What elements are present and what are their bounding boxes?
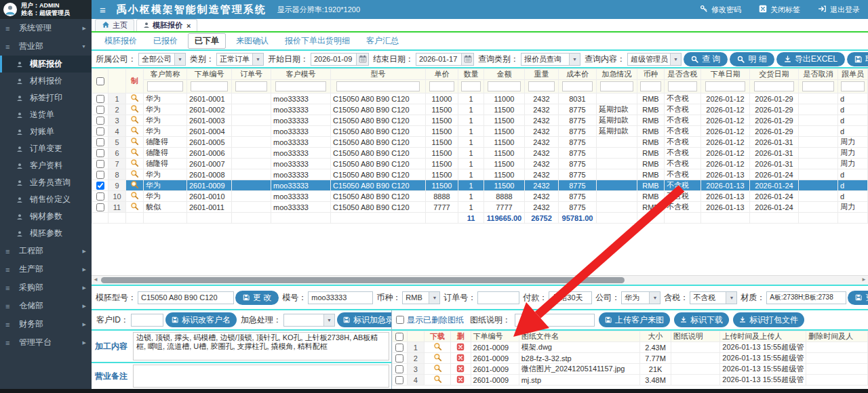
files-select-all-cell[interactable] [393, 331, 408, 342]
mark-download-button[interactable]: 标识下载 [674, 312, 729, 327]
row-select-cell[interactable] [92, 191, 108, 202]
magnifier-icon[interactable] [126, 115, 144, 126]
remark-box[interactable] [133, 365, 389, 388]
drawing-desc-field[interactable] [518, 316, 591, 324]
column-filter-input[interactable] [802, 81, 834, 91]
scroll-right-icon[interactable]: ► [861, 276, 867, 283]
column-filter-input[interactable] [600, 81, 633, 91]
chevron-down-icon[interactable]: ▼ [670, 54, 681, 65]
sidebar-item[interactable]: 模胚参数 [0, 225, 92, 242]
tab-模胚报价[interactable]: 模胚报价× [136, 19, 197, 31]
magnifier-icon[interactable] [126, 126, 144, 137]
row-select-cell[interactable] [92, 94, 108, 104]
row-select-cell[interactable] [92, 115, 108, 126]
row-checkbox[interactable] [96, 138, 104, 146]
sidebar-item[interactable]: ≡管理平台▶ [0, 333, 92, 352]
file-select-cell[interactable] [393, 375, 408, 386]
magnifier-icon[interactable] [126, 137, 144, 148]
chevron-down-icon[interactable]: ▼ [323, 314, 334, 326]
column-filter-input[interactable] [191, 81, 227, 91]
magnifier-icon[interactable] [126, 180, 144, 191]
row-select-cell[interactable] [92, 169, 108, 180]
process-content-box[interactable]: 边锁, 顶锁, 撑头, 码模槽, 边锁/顶锁, 顶针孔, KO孔, 上针板273… [133, 332, 389, 360]
column-filter-input[interactable] [461, 81, 481, 91]
rename-customer-button[interactable]: 标识改客户名 [165, 312, 237, 327]
mark-package-button[interactable]: 标识打包文件 [733, 312, 804, 327]
row-checkbox[interactable] [96, 192, 104, 201]
row-checkbox[interactable] [96, 203, 104, 211]
urgent-select[interactable]: ▼ [283, 314, 335, 327]
sidebar-item[interactable]: 模胚报价 [0, 56, 92, 73]
restore-order-button[interactable]: 取消恢复订单 [847, 52, 868, 66]
row-select-cell[interactable] [92, 180, 108, 191]
file-download-icon[interactable] [424, 375, 450, 386]
tab-主页[interactable]: 主页 [95, 19, 134, 31]
material-input[interactable]: A板:2738H;B板:2738 [766, 291, 846, 304]
query-type-select[interactable]: 报价员查询▼ [521, 53, 580, 66]
order-id-field[interactable] [481, 293, 516, 302]
file-delete-icon[interactable] [451, 375, 471, 386]
column-filter-input[interactable] [562, 81, 593, 91]
currency-select[interactable]: RMB▼ [402, 291, 440, 304]
file-checkbox[interactable] [395, 365, 403, 373]
show-deleted-toggle[interactable]: 显示已删除图纸 [396, 314, 464, 326]
file-select-cell[interactable] [393, 342, 408, 353]
magnifier-icon[interactable] [126, 191, 144, 202]
column-filter-input[interactable] [754, 81, 795, 91]
sidebar-item[interactable]: ≡系统管理▶ [0, 19, 92, 37]
subtab-报价下单出货明细[interactable]: 报价下单出货明细 [279, 34, 356, 48]
chevron-down-icon[interactable]: ▼ [649, 292, 660, 304]
mark-urgent-button[interactable]: 标识加急录入 [337, 312, 391, 327]
update-button[interactable]: 更 改 [235, 291, 279, 305]
row-select-cell[interactable] [92, 202, 108, 213]
chevron-down-icon[interactable]: ▼ [174, 54, 185, 65]
sidebar-item[interactable]: ≡财务部▶ [0, 315, 92, 333]
row-checkbox[interactable] [96, 182, 104, 190]
sidebar-item[interactable]: 送货单 [0, 106, 92, 123]
topbar-action-key[interactable]: 修改密码 [700, 5, 741, 15]
file-delete-icon[interactable] [451, 353, 471, 364]
subtab-模胚报价[interactable]: 模胚报价 [98, 34, 143, 48]
row-select-cell[interactable] [92, 126, 108, 137]
topbar-action-close-box[interactable]: 关闭标签 [759, 5, 800, 15]
sidebar-item[interactable]: 材料报价 [0, 73, 92, 89]
row-checkbox[interactable] [96, 149, 104, 157]
drawing-desc-input[interactable] [515, 314, 595, 327]
row-checkbox[interactable] [96, 160, 104, 168]
topbar-action-logout[interactable]: 退出登录 [818, 5, 860, 15]
file-download-icon[interactable] [424, 342, 450, 353]
sidebar-item[interactable]: ≡仓储部▶ [0, 297, 92, 315]
sidebar-item[interactable]: 订单变更 [0, 140, 92, 157]
export-excel-button[interactable]: 导出EXCEL [776, 52, 845, 66]
row-select-cell[interactable] [92, 137, 108, 148]
calendar-icon[interactable] [356, 54, 368, 65]
select-all-files-checkbox[interactable] [395, 333, 403, 341]
column-filter-input[interactable] [841, 81, 864, 91]
magnifier-icon[interactable] [126, 148, 144, 159]
sidebar-item[interactable]: 标签打印 [0, 89, 92, 106]
sidebar-item[interactable]: 业务员查询 [0, 174, 92, 191]
start-date-input[interactable]: 2026-01-09 [311, 53, 369, 66]
category-select[interactable]: 正常订单▼ [216, 53, 264, 66]
search-button[interactable]: 查 询 [684, 52, 728, 66]
sidebar-item[interactable]: ≡营业部▼ [0, 37, 92, 56]
scroll-left-icon[interactable]: ◄ [93, 276, 98, 283]
row-select-cell[interactable] [92, 148, 108, 159]
upload-drawing-button[interactable]: 上传客户来图 [599, 312, 670, 327]
magnifier-icon[interactable] [126, 159, 144, 169]
column-filter-input[interactable] [275, 81, 326, 91]
end-date-input[interactable]: 2026-01-17 [416, 53, 474, 66]
select-all-cell[interactable] [92, 69, 108, 94]
subtab-客户汇总[interactable]: 客户汇总 [360, 34, 405, 48]
show-deleted-checkbox[interactable] [396, 316, 404, 324]
file-select-cell[interactable] [393, 353, 408, 364]
column-filter-input[interactable] [336, 81, 419, 91]
magnifier-icon[interactable] [126, 169, 144, 180]
magnifier-icon[interactable] [126, 104, 144, 115]
sidebar-item[interactable]: 客户资料 [0, 157, 92, 174]
model-input[interactable]: moo33333 [308, 291, 373, 304]
query-content-select[interactable]: 超级管理员▼ [627, 53, 682, 66]
row-checkbox[interactable] [96, 171, 104, 179]
company-select[interactable]: 全部公司▼ [138, 53, 186, 66]
column-filter-input[interactable] [668, 81, 697, 91]
